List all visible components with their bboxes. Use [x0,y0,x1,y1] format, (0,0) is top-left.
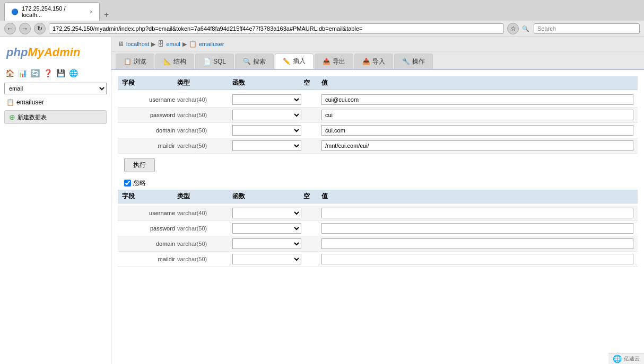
type-maildir-2: varchar(50) [177,256,230,262]
header-function: 函数 [232,78,301,87]
home-icon[interactable]: 🏠 [4,68,15,78]
breadcrumb-sep2: ▶ [182,41,187,48]
header-type: 类型 [177,78,230,87]
breadcrumb-server-icon: 🖥 [118,40,124,48]
back-button[interactable]: ← [4,23,16,34]
breadcrumb-emailuser[interactable]: emailuser [199,41,224,47]
form-row-username-1: username varchar(40) [118,92,638,108]
func-maildir-1[interactable] [232,140,301,151]
value-maildir-1[interactable] [321,140,633,151]
sql-icon: 📄 [203,58,211,65]
new-table-button[interactable]: ⊕ 新建数据表 [4,110,107,124]
table-name: emailuser [16,99,44,106]
logo-php: php [6,46,28,59]
add-icon: ⊕ [9,113,15,121]
func-domain-1[interactable] [232,125,301,136]
func-domain-2[interactable] [232,238,301,249]
refresh-icon[interactable]: 🔄 [30,68,40,78]
header-function-2: 函数 [232,192,301,201]
tab-close-button[interactable]: × [90,9,93,15]
field-domain-2: domain [122,241,175,247]
value-password-1[interactable] [321,110,633,120]
save-icon[interactable]: 💾 [55,68,66,78]
type-username-1: varchar(40) [177,96,230,103]
search-tab-icon: 🔍 [243,58,251,65]
globe-icon[interactable]: 🌐 [68,68,79,78]
browser-search-input[interactable] [534,23,640,34]
form-row-domain-2: domain varchar(50) [118,236,638,252]
browse-icon: 📋 [124,58,132,65]
breadcrumb-email[interactable]: email [166,41,180,47]
func-username-2[interactable] [232,208,301,218]
breadcrumb-sep1: ▶ [151,41,155,48]
tab-browse[interactable]: 📋 浏览 [116,54,154,69]
form-header-1: 字段 类型 函数 空 值 [118,76,638,90]
chart-icon[interactable]: 📊 [17,68,28,78]
tab-favicon: 🔵 [11,8,19,15]
func-maildir-2[interactable] [232,254,301,264]
value-username-2[interactable] [321,208,633,218]
type-domain-2: varchar(50) [177,241,230,247]
value-maildir-2[interactable] [321,254,633,264]
export-icon: 📤 [323,58,330,65]
ignore-checkbox[interactable] [124,180,131,187]
new-table-label: 新建数据表 [18,113,47,121]
execute-row-1: 执行 [118,154,638,176]
db-select-wrap: email [4,83,107,97]
tab-import[interactable]: 📥 导入 [354,54,393,69]
field-password-2: password [122,225,175,232]
value-password-2[interactable] [321,223,633,234]
bookmark-button[interactable]: ☆ [507,23,519,34]
type-password-2: varchar(50) [177,225,230,232]
func-username-1[interactable] [232,94,301,105]
help-icon[interactable]: ❓ [42,68,53,78]
ignore-row: 忽略 [118,176,638,190]
pma-logo: phpMyAdmin [4,41,107,64]
header-value: 值 [321,78,633,87]
form-header-2: 字段 类型 函数 空 值 [118,190,638,203]
value-domain-2[interactable] [321,238,633,249]
breadcrumb-table-icon: 📋 [189,40,197,48]
content-area: 🖥 localhost ▶ 🗄 email ▶ 📋 emailuser 📋 浏览… [111,37,644,364]
header-value-2: 值 [321,192,633,201]
reload-button[interactable]: ↻ [34,23,46,34]
footer: 🌐 亿速云 [608,353,644,364]
tab-operations[interactable]: 🔧 操作 [394,54,433,69]
search-icon: 🔍 [522,25,529,32]
type-password-1: varchar(50) [177,112,230,118]
breadcrumb-localhost[interactable]: localhost [126,41,149,47]
value-username-1[interactable] [321,94,633,105]
tab-navigation: 📋 浏览 📐 结构 📄 SQL 🔍 搜索 ✏️ 插入 📤 导出 [111,51,644,70]
database-select[interactable]: email [4,83,107,94]
tab-title: 172.25.254.150 / localh... [22,5,86,18]
field-domain-1: domain [122,127,175,134]
tab-search[interactable]: 🔍 搜索 [235,54,274,69]
structure-icon: 📐 [163,58,171,65]
tab-insert[interactable]: ✏️ 插入 [275,54,314,69]
insert-form: 字段 类型 函数 空 值 username varchar(40) passwo… [111,70,644,273]
ignore-label: 忽略 [133,179,146,188]
header-null: 空 [303,78,319,87]
forward-button[interactable]: → [19,23,31,34]
field-username-1: username [122,96,175,103]
func-password-1[interactable] [232,110,301,120]
type-domain-1: varchar(50) [177,127,230,134]
table-list-item[interactable]: 📋 emailuser [4,97,107,107]
execute-button-1[interactable]: 执行 [124,158,155,172]
address-bar[interactable] [49,23,504,34]
import-icon: 📥 [362,58,370,65]
tab-structure[interactable]: 📐 结构 [155,54,194,69]
tab-sql[interactable]: 📄 SQL [195,54,234,69]
header-null-2: 空 [303,192,319,201]
sidebar: phpMyAdmin 🏠 📊 🔄 ❓ 💾 🌐 email 📋 emailuser… [0,37,111,364]
tab-export[interactable]: 📤 导出 [315,54,353,69]
breadcrumb-db-icon: 🗄 [158,40,164,48]
value-domain-1[interactable] [321,125,633,136]
insert-icon: ✏️ [283,58,291,65]
new-tab-button[interactable]: + [101,9,112,21]
active-tab[interactable]: 🔵 172.25.254.150 / localh... × [4,2,100,21]
field-password-1: password [122,112,175,118]
table-icon: 📋 [6,99,14,106]
func-password-2[interactable] [232,223,301,234]
type-maildir-1: varchar(50) [177,143,230,149]
